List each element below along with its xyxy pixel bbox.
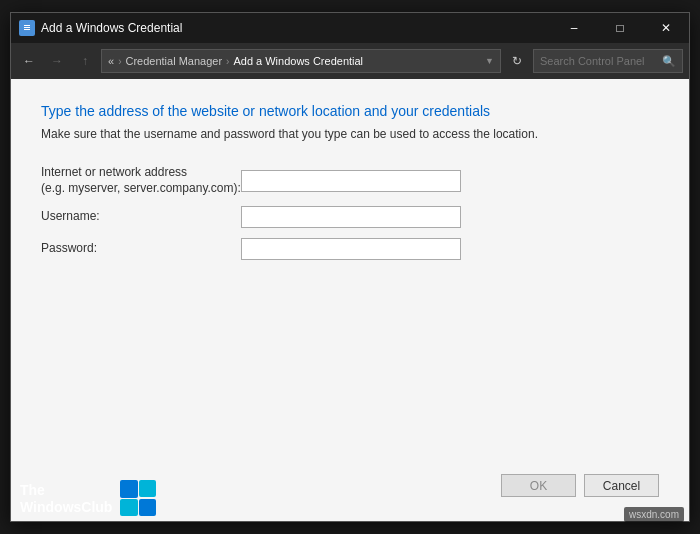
breadcrumb-current: Add a Windows Credential xyxy=(233,55,363,67)
svg-rect-5 xyxy=(139,480,156,497)
svg-rect-6 xyxy=(120,499,138,516)
password-input[interactable] xyxy=(241,238,461,260)
dropdown-arrow-icon[interactable]: ▼ xyxy=(485,56,494,66)
title-bar-controls: – □ ✕ xyxy=(551,13,689,43)
svg-rect-7 xyxy=(139,499,156,516)
form-section: Internet or network address (e.g. myserv… xyxy=(41,165,659,260)
nav-bar: ← → ↑ « › Credential Manager › Add a Win… xyxy=(11,43,689,79)
username-row: Username: xyxy=(41,206,659,228)
minimize-button[interactable]: – xyxy=(551,13,597,43)
breadcrumb-root[interactable]: « xyxy=(108,55,114,67)
address-row: Internet or network address (e.g. myserv… xyxy=(41,165,659,196)
breadcrumb-sep1: › xyxy=(118,56,121,67)
watermark-logo xyxy=(120,480,156,516)
ok-button[interactable]: OK xyxy=(501,474,576,497)
title-bar-left: Add a Windows Credential xyxy=(19,20,182,36)
password-label: Password: xyxy=(41,241,241,257)
main-window: Add a Windows Credential – □ ✕ ← → ↑ « ›… xyxy=(10,12,690,522)
wsxdn-badge: wsxdn.com xyxy=(624,507,684,522)
watermark-text: The WindowsClub xyxy=(20,482,112,516)
svg-rect-1 xyxy=(24,27,30,28)
back-button[interactable]: ← xyxy=(17,49,41,73)
up-button[interactable]: ↑ xyxy=(73,49,97,73)
username-input[interactable] xyxy=(241,206,461,228)
form-heading: Type the address of the website or netwo… xyxy=(41,103,659,119)
search-icon: 🔍 xyxy=(662,55,676,68)
refresh-button[interactable]: ↻ xyxy=(505,49,529,73)
maximize-button[interactable]: □ xyxy=(597,13,643,43)
breadcrumb-parent[interactable]: Credential Manager xyxy=(125,55,222,67)
search-input[interactable] xyxy=(540,55,658,67)
svg-rect-3 xyxy=(24,25,30,26)
forward-button[interactable]: → xyxy=(45,49,69,73)
cancel-button[interactable]: Cancel xyxy=(584,474,659,497)
username-label: Username: xyxy=(41,209,241,225)
window-icon xyxy=(19,20,35,36)
breadcrumb-sep2: › xyxy=(226,56,229,67)
password-row: Password: xyxy=(41,238,659,260)
address-bar: « › Credential Manager › Add a Windows C… xyxy=(101,49,501,73)
search-box: 🔍 xyxy=(533,49,683,73)
svg-rect-4 xyxy=(120,480,138,498)
watermark: The WindowsClub xyxy=(20,480,156,516)
address-input[interactable] xyxy=(241,170,461,192)
window-title: Add a Windows Credential xyxy=(41,21,182,35)
title-bar: Add a Windows Credential – □ ✕ xyxy=(11,13,689,43)
address-label: Internet or network address (e.g. myserv… xyxy=(41,165,241,196)
close-button[interactable]: ✕ xyxy=(643,13,689,43)
content-area: Type the address of the website or netwo… xyxy=(11,79,689,521)
svg-rect-2 xyxy=(24,29,30,30)
form-subheading: Make sure that the username and password… xyxy=(41,127,659,141)
